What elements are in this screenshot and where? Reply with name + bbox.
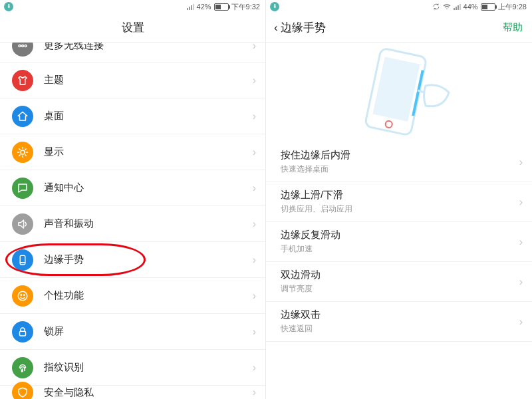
sun-icon bbox=[12, 142, 33, 163]
settings-row[interactable]: 桌面› bbox=[0, 98, 265, 134]
battery-icon bbox=[481, 3, 495, 11]
battery-percent: 44% bbox=[464, 3, 478, 11]
settings-row-label: 桌面 bbox=[44, 110, 253, 122]
chevron-right-icon: › bbox=[253, 326, 256, 338]
svg-point-12 bbox=[385, 120, 393, 128]
svg-rect-9 bbox=[20, 331, 26, 336]
gesture-row[interactable]: 边缘上滑/下滑切换应用、启动应用› bbox=[266, 182, 532, 222]
settings-row-label: 边缘手势 bbox=[44, 253, 253, 266]
gesture-subtitle: 调节亮度 bbox=[281, 283, 519, 295]
chevron-right-icon: › bbox=[253, 254, 256, 266]
gesture-list[interactable]: 按住边缘后内滑快速选择桌面›边缘上滑/下滑切换应用、启动应用›边缘反复滑动手机加… bbox=[266, 142, 532, 342]
home-icon bbox=[12, 106, 33, 127]
gesture-subtitle: 切换应用、启动应用 bbox=[281, 203, 519, 215]
notification-badge-icon: ⬇ bbox=[4, 1, 13, 11]
gesture-title: 边缘反复滑动 bbox=[281, 229, 519, 241]
battery-icon bbox=[214, 3, 229, 11]
gesture-subtitle: 快速返回 bbox=[281, 323, 519, 334]
svg-point-1 bbox=[22, 45, 24, 47]
gesture-row[interactable]: 边缘双击快速返回› bbox=[266, 302, 532, 342]
gesture-title: 按住边缘后内滑 bbox=[281, 149, 519, 162]
chevron-right-icon: › bbox=[253, 218, 256, 230]
chevron-right-icon: › bbox=[519, 196, 523, 208]
svg-point-0 bbox=[19, 45, 21, 47]
chevron-right-icon: › bbox=[253, 110, 256, 122]
chevron-right-icon: › bbox=[519, 236, 523, 248]
sync-icon bbox=[432, 3, 440, 11]
chevron-right-icon: › bbox=[253, 362, 256, 374]
settings-row[interactable]: 主题› bbox=[0, 63, 265, 98]
svg-point-3 bbox=[21, 150, 25, 154]
chevron-right-icon: › bbox=[253, 386, 256, 398]
chevron-right-icon: › bbox=[519, 156, 523, 168]
back-label: 边缘手势 bbox=[281, 20, 326, 35]
svg-point-2 bbox=[25, 45, 27, 47]
settings-row[interactable]: 锁屏› bbox=[0, 314, 265, 350]
settings-row[interactable]: 安全与隐私› bbox=[0, 386, 265, 399]
settings-row[interactable]: 更多无线连接› bbox=[0, 43, 265, 63]
settings-row-label: 更多无线连接 bbox=[44, 43, 253, 52]
settings-row-label: 主题 bbox=[44, 74, 253, 86]
edge-gesture-pane: ⬇ 44% 上午9:28 ‹ 边缘手势 帮助 bbox=[266, 0, 532, 399]
gesture-subtitle: 手机加速 bbox=[281, 243, 519, 255]
signal-icon bbox=[454, 3, 461, 10]
settings-row-label: 指纹识别 bbox=[44, 361, 253, 374]
chevron-right-icon: › bbox=[253, 182, 256, 194]
fingerprint-icon bbox=[12, 357, 33, 378]
wifi-icon bbox=[443, 3, 451, 11]
settings-pane: ⬇ 42% 下午9:32 设置 更多无线连接›主题›桌面›显示›通知中心›声音和… bbox=[0, 0, 266, 399]
chevron-left-icon: ‹ bbox=[274, 21, 278, 35]
settings-row[interactable]: 个性功能› bbox=[0, 278, 265, 314]
settings-row-label: 通知中心 bbox=[44, 182, 253, 194]
gesture-row[interactable]: 双边滑动调节亮度› bbox=[266, 262, 532, 302]
settings-row[interactable]: 指纹识别› bbox=[0, 350, 265, 386]
clock: 上午9:28 bbox=[498, 2, 527, 12]
svg-rect-4 bbox=[20, 255, 25, 265]
svg-point-7 bbox=[21, 294, 22, 295]
smile-icon bbox=[12, 285, 33, 307]
gesture-illustration bbox=[266, 43, 532, 142]
settings-row[interactable]: 通知中心› bbox=[0, 170, 265, 206]
help-link[interactable]: 帮助 bbox=[503, 21, 523, 34]
shirt-icon bbox=[12, 70, 33, 91]
back-button[interactable]: ‹ 边缘手势 bbox=[274, 20, 326, 35]
settings-row[interactable]: 边缘手势› bbox=[0, 242, 265, 278]
settings-row-label: 个性功能 bbox=[44, 289, 253, 302]
chevron-right-icon: › bbox=[253, 290, 256, 302]
settings-row-label: 锁屏 bbox=[44, 325, 253, 338]
clock: 下午9:32 bbox=[231, 2, 260, 12]
chevron-right-icon: › bbox=[519, 276, 523, 288]
title-bar-left: 设置 bbox=[0, 13, 265, 43]
gesture-subtitle: 快速选择桌面 bbox=[281, 164, 519, 175]
chevron-right-icon: › bbox=[519, 316, 523, 328]
page-title: 设置 bbox=[122, 20, 144, 35]
gesture-row[interactable]: 边缘反复滑动手机加速› bbox=[266, 222, 532, 262]
phone-icon bbox=[12, 249, 33, 271]
lock-icon bbox=[12, 321, 33, 342]
chevron-right-icon: › bbox=[253, 43, 256, 52]
signal-icon bbox=[187, 3, 194, 10]
battery-percent: 42% bbox=[197, 3, 211, 11]
chevron-right-icon: › bbox=[253, 74, 256, 86]
settings-row-label: 显示 bbox=[44, 146, 253, 158]
gesture-title: 双边滑动 bbox=[281, 269, 519, 281]
settings-row-label: 声音和振动 bbox=[44, 217, 253, 230]
chat-icon bbox=[12, 178, 33, 199]
gesture-title: 边缘双击 bbox=[281, 309, 519, 321]
status-bar-right: ⬇ 44% 上午9:28 bbox=[266, 0, 532, 13]
shield-icon bbox=[12, 382, 33, 399]
chevron-right-icon: › bbox=[253, 146, 256, 158]
settings-row[interactable]: 声音和振动› bbox=[0, 206, 265, 242]
gesture-row[interactable]: 按住边缘后内滑快速选择桌面› bbox=[266, 142, 532, 182]
dots-icon bbox=[12, 43, 33, 57]
notification-badge-icon: ⬇ bbox=[270, 1, 279, 11]
settings-row[interactable]: 显示› bbox=[0, 134, 265, 170]
title-bar-right: ‹ 边缘手势 帮助 bbox=[266, 13, 532, 43]
settings-row-label: 安全与隐私 bbox=[44, 386, 253, 399]
status-bar-left: ⬇ 42% 下午9:32 bbox=[0, 0, 265, 13]
svg-point-6 bbox=[18, 291, 27, 301]
svg-point-8 bbox=[24, 294, 25, 295]
settings-list[interactable]: 更多无线连接›主题›桌面›显示›通知中心›声音和振动›边缘手势›个性功能›锁屏›… bbox=[0, 43, 265, 399]
gesture-title: 边缘上滑/下滑 bbox=[281, 189, 519, 201]
speaker-icon bbox=[12, 213, 33, 235]
